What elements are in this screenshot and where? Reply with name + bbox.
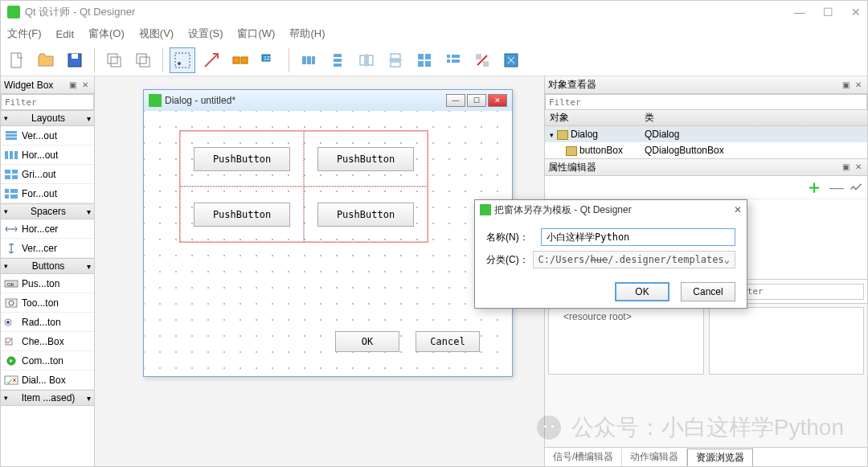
widget-category-header[interactable]: ▾Item ...ased)▾ (1, 390, 94, 406)
resource-view[interactable] (709, 307, 865, 375)
send-back-button[interactable] (101, 47, 127, 73)
widget-box-item[interactable]: Ver...out (1, 126, 94, 145)
inspector-float-button[interactable]: ▣ (840, 80, 851, 91)
object-column-header[interactable]: 对象 (545, 111, 641, 125)
menu-window[interactable]: 窗口(W) (237, 27, 275, 41)
form-minimize-button[interactable]: — (446, 94, 465, 107)
remove-property-button[interactable]: — (829, 179, 845, 195)
widget-box-item[interactable]: Com...ton (1, 351, 94, 371)
object-inspector-filter-input[interactable] (545, 94, 867, 110)
resource-tree[interactable]: <resource root> (548, 307, 704, 375)
widget-category-header[interactable]: ▾Layouts▾ (1, 110, 94, 126)
widget-icon (4, 130, 18, 141)
layout-form-button[interactable] (440, 47, 466, 73)
push-button-2[interactable]: PushButton (317, 147, 414, 171)
minimize-button[interactable]: — (794, 6, 805, 18)
dialog-button-box[interactable]: OK Cancel (335, 331, 480, 352)
svg-rect-32 (452, 59, 460, 63)
ok-button[interactable]: OK (335, 331, 399, 352)
dialog-ok-button[interactable]: OK (615, 282, 669, 301)
edit-buddies-button[interactable] (227, 47, 253, 73)
widget-box-item[interactable]: Hor...cer (1, 219, 94, 239)
tab-resource[interactable]: 资源浏览器 (687, 449, 753, 466)
template-name-input[interactable] (541, 228, 735, 246)
form-maximize-button[interactable]: ☐ (467, 94, 486, 107)
widget-box-item[interactable]: Hor...out (1, 145, 94, 165)
menu-form[interactable]: 窗体(O) (88, 27, 125, 41)
app-title: Qt 设计师 - Qt Designer (25, 5, 135, 19)
qt-icon (149, 94, 162, 107)
toolbar: 123 (1, 44, 867, 76)
object-tree-row[interactable]: ▾DialogQDialog (545, 126, 867, 142)
svg-rect-23 (391, 62, 400, 67)
svg-rect-39 (6, 137, 17, 140)
widget-category-header[interactable]: ▾Buttons▾ (1, 258, 94, 274)
form-close-button[interactable]: ✕ (488, 94, 507, 107)
push-button-4[interactable]: PushButton (317, 203, 414, 227)
panel-float-button[interactable]: ▣ (67, 80, 78, 91)
new-file-button[interactable] (4, 47, 30, 73)
edit-widgets-button[interactable] (170, 47, 195, 73)
adjust-size-button[interactable] (498, 47, 524, 73)
widget-box-filter-input[interactable] (1, 94, 94, 110)
dialog-cancel-button[interactable]: Cancel (681, 282, 735, 301)
layout-h-splitter-button[interactable] (354, 47, 379, 73)
save-button[interactable] (62, 47, 88, 73)
widget-box-item[interactable]: Gri...out (1, 165, 94, 184)
object-tree-row[interactable]: buttonBoxQDialogButtonBox (545, 142, 867, 158)
close-button[interactable]: ✕ (851, 6, 861, 18)
design-form-window[interactable]: Dialog - untitled* — ☐ ✕ PushButton Push… (143, 89, 513, 377)
add-property-button[interactable]: ＋ (803, 178, 825, 197)
property-float-button[interactable]: ▣ (840, 162, 851, 173)
widget-box-item[interactable]: Che...Box (1, 332, 94, 351)
property-settings-button[interactable] (848, 179, 864, 195)
maximize-button[interactable]: ☐ (823, 6, 833, 18)
cancel-button[interactable]: Cancel (416, 331, 480, 352)
svg-rect-7 (175, 53, 190, 68)
object-inspector-title: 对象查看器 (548, 78, 596, 92)
dialog-close-button[interactable]: ✕ (734, 204, 742, 215)
resource-root-item[interactable]: <resource root> (552, 311, 632, 322)
menu-help[interactable]: 帮助(H) (289, 27, 325, 41)
svg-rect-38 (6, 134, 17, 137)
widget-box-item[interactable]: Ver...cer (1, 239, 94, 258)
grid-layout-widget[interactable]: PushButton PushButton PushButton PushBut… (179, 130, 428, 243)
svg-rect-20 (368, 55, 373, 65)
inspector-close-button[interactable]: ✕ (853, 80, 864, 91)
menu-view[interactable]: 视图(V) (139, 27, 174, 41)
form-title: Dialog - untitled* (165, 95, 235, 106)
widget-category-header[interactable]: ▾Spacers▾ (1, 203, 94, 219)
widget-box-item[interactable]: Dial... Box (1, 371, 94, 390)
layout-vertical-button[interactable] (325, 47, 350, 73)
category-combo[interactable]: C:/Users/hue/.designer/templates ⌄ (533, 251, 735, 268)
tab-action[interactable]: 动作编辑器 (622, 449, 687, 466)
bring-front-button[interactable] (130, 47, 156, 73)
name-label: 名称(N)： (486, 231, 541, 244)
push-button-1[interactable]: PushButton (194, 147, 290, 171)
menu-file[interactable]: 文件(F) (7, 27, 42, 41)
property-close-button[interactable]: ✕ (853, 162, 864, 173)
widget-box-item[interactable]: Rad...ton (1, 313, 94, 332)
svg-rect-44 (12, 170, 18, 174)
push-button-3[interactable]: PushButton (194, 203, 290, 227)
layout-grid-button[interactable] (411, 47, 437, 73)
edit-signals-button[interactable] (199, 47, 224, 73)
tab-signal-slot[interactable]: 信号/槽编辑器 (545, 449, 622, 466)
menu-settings[interactable]: 设置(S) (188, 27, 223, 41)
open-file-button[interactable] (33, 47, 59, 73)
class-column-header[interactable]: 类 (641, 111, 867, 125)
resource-filter-input[interactable] (727, 284, 864, 300)
edit-tab-order-button[interactable]: 123 (256, 47, 282, 73)
widget-icon (4, 223, 18, 235)
widget-box-title: Widget Box (4, 80, 53, 91)
menu-edit[interactable]: Edit (56, 28, 74, 40)
break-layout-button[interactable] (469, 47, 495, 73)
widget-icon: OK (4, 278, 18, 289)
panel-close-button[interactable]: ✕ (80, 80, 91, 91)
widget-box-item[interactable]: For...out (1, 184, 94, 203)
layout-v-splitter-button[interactable] (383, 47, 408, 73)
dialog-title: 把窗体另存为模板 - Qt Designer (494, 203, 632, 217)
layout-horizontal-button[interactable] (296, 47, 321, 73)
widget-box-item[interactable]: Too...ton (1, 293, 94, 313)
widget-box-item[interactable]: OKPus...ton (1, 274, 94, 293)
